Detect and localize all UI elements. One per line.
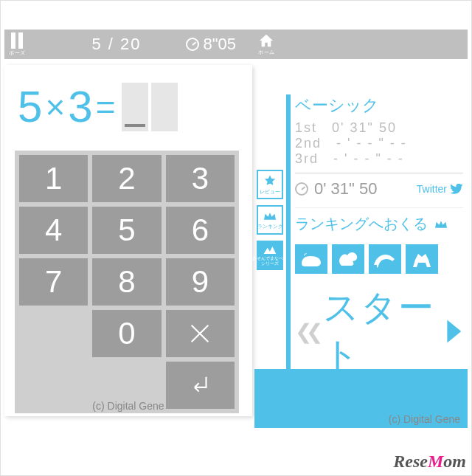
crown-icon bbox=[263, 210, 277, 222]
elapsed-time-value: 8"05 bbox=[204, 35, 237, 54]
key-blank bbox=[19, 310, 88, 357]
equation-a: 5 bbox=[18, 81, 41, 132]
key-7[interactable]: 7 bbox=[19, 258, 88, 306]
pause-button[interactable]: ポーズ bbox=[9, 32, 26, 57]
start-row: ❮❮ スタート bbox=[295, 284, 463, 379]
twitter-label: Twitter bbox=[417, 183, 447, 195]
quiz-panel: 5 × 3 = 1 2 3 4 5 6 7 8 9 0 (c) Digital … bbox=[4, 65, 252, 416]
home-label: ホーム bbox=[258, 49, 275, 56]
answer-slot-2[interactable] bbox=[151, 83, 178, 131]
key-8[interactable]: 8 bbox=[92, 258, 161, 306]
star-icon bbox=[263, 174, 277, 187]
series-button[interactable]: あそんでまなべる シリーズ bbox=[257, 241, 283, 270]
watermark-a: Rese bbox=[393, 452, 428, 471]
key-clear[interactable] bbox=[166, 310, 235, 357]
vertical-divider bbox=[286, 94, 291, 378]
score-rank-3: 3rd bbox=[295, 151, 319, 167]
key-9[interactable]: 9 bbox=[166, 258, 235, 306]
equation: 5 × 3 = bbox=[18, 81, 178, 132]
pause-label: ポーズ bbox=[9, 49, 26, 57]
progress-counter: 5 / 20 bbox=[92, 35, 142, 54]
answer-slot-1[interactable] bbox=[122, 83, 148, 131]
twitter-share[interactable]: Twitter bbox=[417, 183, 463, 195]
start-button[interactable]: スタート bbox=[323, 284, 463, 379]
series-icon bbox=[263, 245, 277, 255]
ranking-label: ランキング bbox=[257, 223, 283, 230]
series-label-2: シリーズ bbox=[261, 261, 279, 266]
copyright-right: (c) Digital Gene bbox=[389, 413, 460, 425]
score-row-3: 3rd - ' - - " - - bbox=[295, 151, 463, 167]
series-label-1: あそんでまなべる bbox=[252, 256, 288, 261]
watermark-b: M bbox=[428, 452, 443, 471]
send-ranking-label: ランキングへおくる bbox=[295, 214, 428, 234]
back-button[interactable]: ❮❮ bbox=[295, 320, 317, 344]
pause-icon bbox=[11, 32, 23, 49]
score-row-2: 2nd - ' - - " - - bbox=[295, 136, 463, 151]
key-2[interactable]: 2 bbox=[92, 155, 161, 202]
score-rank-1: 1st bbox=[295, 120, 317, 136]
score-time-1: 0' 31" 50 bbox=[332, 120, 397, 136]
key-5[interactable]: 5 bbox=[92, 207, 161, 254]
key-0[interactable]: 0 bbox=[92, 310, 161, 357]
best-time-row: 0' 31" 50 Twitter bbox=[295, 179, 463, 199]
animal-wolf[interactable] bbox=[406, 244, 438, 274]
score-divider bbox=[295, 173, 463, 173]
send-ranking-button[interactable]: ランキングへおくる bbox=[295, 207, 463, 234]
home-button[interactable]: ホーム bbox=[258, 33, 275, 56]
ranking-button[interactable]: ランキング bbox=[257, 205, 283, 235]
home-icon bbox=[258, 33, 274, 48]
score-list: 1st 0' 31" 50 2nd - ' - - " - - 3rd - ' … bbox=[295, 120, 463, 167]
mode-title: ベーシック bbox=[295, 94, 463, 117]
equation-equals: = bbox=[96, 87, 114, 127]
copyright-left: (c) Digital Gene bbox=[4, 400, 252, 412]
animal-squirrel[interactable] bbox=[332, 244, 364, 274]
answer-slots bbox=[122, 83, 178, 131]
equation-operator: × bbox=[45, 87, 63, 127]
animal-horse[interactable] bbox=[369, 244, 401, 274]
numeric-keypad: 1 2 3 4 5 6 7 8 9 0 bbox=[15, 151, 239, 413]
animal-selector bbox=[295, 244, 463, 274]
crown-icon bbox=[434, 218, 448, 230]
key-4[interactable]: 4 bbox=[19, 207, 88, 254]
animal-hippo[interactable] bbox=[295, 244, 327, 274]
equation-b: 3 bbox=[68, 81, 91, 132]
clock-icon bbox=[186, 38, 199, 51]
watermark: ReseMom bbox=[393, 452, 466, 472]
score-time-2: - ' - - " - - bbox=[336, 136, 407, 151]
key-3[interactable]: 3 bbox=[166, 155, 235, 202]
twitter-icon bbox=[450, 184, 463, 194]
results-panel: ベーシック 1st 0' 31" 50 2nd - ' - - " - - 3r… bbox=[295, 94, 463, 379]
clock-icon bbox=[295, 182, 308, 196]
side-icon-column: レビュー ランキング あそんでまなべる シリーズ bbox=[257, 170, 283, 270]
elapsed-timer: 8"05 bbox=[186, 35, 237, 54]
key-1[interactable]: 1 bbox=[19, 155, 88, 202]
score-time-3: - ' - - " - - bbox=[333, 151, 404, 167]
review-label: レビュー bbox=[260, 188, 280, 196]
key-6[interactable]: 6 bbox=[166, 207, 235, 254]
best-time-value: 0' 31" 50 bbox=[314, 179, 377, 199]
start-label: スタート bbox=[323, 284, 441, 379]
play-icon bbox=[445, 317, 463, 346]
watermark-c: om bbox=[443, 452, 466, 471]
score-rank-2: 2nd bbox=[295, 136, 322, 151]
score-row-1: 1st 0' 31" 50 bbox=[295, 120, 463, 136]
review-button[interactable]: レビュー bbox=[257, 170, 283, 199]
top-bar: ポーズ 5 / 20 8"05 ホーム bbox=[4, 30, 468, 59]
